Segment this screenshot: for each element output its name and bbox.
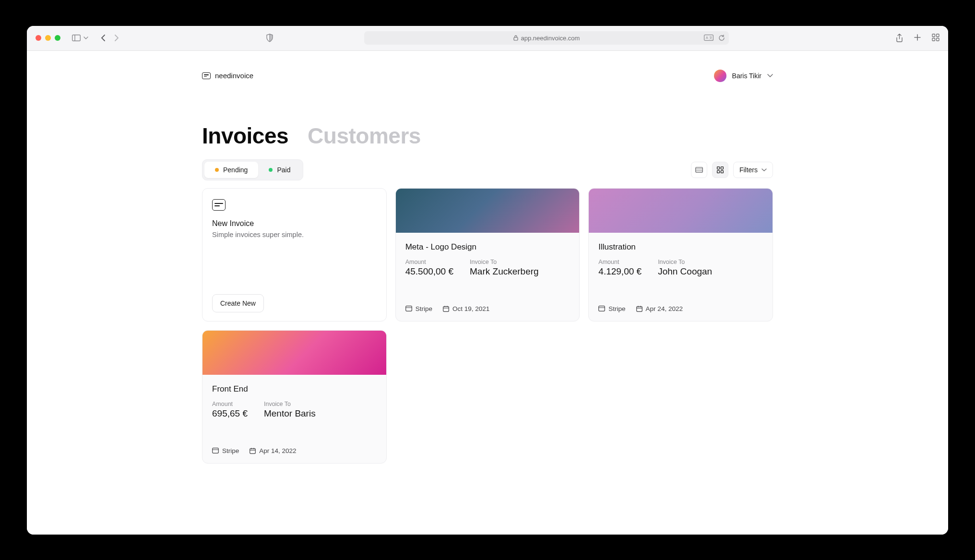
svg-rect-6 xyxy=(932,34,935,37)
svg-text:A: A xyxy=(706,36,708,39)
window-maximize-button[interactable] xyxy=(55,35,60,41)
chevron-down-icon xyxy=(761,168,767,171)
invoice-card[interactable]: Front End Amount 695,65 € Invoice To Men… xyxy=(202,330,387,464)
invoice-card[interactable]: Meta - Logo Design Amount 45.500,00 € In… xyxy=(395,188,580,322)
new-tab-button[interactable] xyxy=(914,34,921,42)
tab-invoices[interactable]: Invoices xyxy=(202,123,288,149)
amount-label: Amount xyxy=(598,259,642,265)
tab-overview-button[interactable] xyxy=(932,34,939,42)
svg-rect-10 xyxy=(696,167,703,172)
status-pending-button[interactable]: Pending xyxy=(204,162,258,178)
svg-rect-0 xyxy=(72,35,81,41)
invoice-date: Apr 24, 2022 xyxy=(636,305,683,312)
invoice-provider: Stripe xyxy=(212,447,239,454)
traffic-lights xyxy=(36,35,60,41)
amount-label: Amount xyxy=(212,401,248,407)
main-tabs: Invoices Customers xyxy=(202,123,773,149)
filter-row: Pending Paid Filters xyxy=(202,159,773,180)
invoice-amount: 695,65 € xyxy=(212,408,248,419)
svg-rect-2 xyxy=(514,37,518,40)
address-url: app.needinvoice.com xyxy=(521,35,580,42)
status-paid-label: Paid xyxy=(277,166,290,174)
invoice-banner xyxy=(589,189,773,233)
calendar-icon xyxy=(636,306,642,312)
brand-name: needinvoice xyxy=(215,71,253,80)
invoice-title: Front End xyxy=(212,384,377,394)
invoice-date: Apr 14, 2022 xyxy=(250,447,296,454)
browser-chrome: app.needinvoice.com A文 xyxy=(27,26,948,51)
invoice-provider: Stripe xyxy=(405,305,432,312)
tab-customers[interactable]: Customers xyxy=(308,123,421,149)
window-minimize-button[interactable] xyxy=(45,35,51,41)
svg-rect-7 xyxy=(937,34,939,37)
status-segmented-control: Pending Paid xyxy=(202,159,303,180)
invoice-grid: New Invoice Simple invoices super simple… xyxy=(202,188,773,464)
invoice-provider: Stripe xyxy=(598,305,625,312)
invoice-title: Meta - Logo Design xyxy=(405,242,570,252)
lock-icon xyxy=(513,35,518,41)
invoice-icon xyxy=(212,199,226,211)
invoice-to-value: John Coogan xyxy=(658,266,712,277)
user-menu[interactable]: Baris Tikir xyxy=(714,70,773,82)
svg-rect-9 xyxy=(937,38,939,41)
invoice-card[interactable]: Illustration Amount 4.129,00 € Invoice T… xyxy=(588,188,773,322)
invoice-banner xyxy=(396,189,580,233)
invoice-amount: 4.129,00 € xyxy=(598,266,642,277)
card-icon xyxy=(598,306,605,311)
create-new-button[interactable]: Create New xyxy=(212,294,264,312)
status-dot-pending xyxy=(215,168,219,172)
invoice-to-label: Invoice To xyxy=(470,259,539,265)
window-close-button[interactable] xyxy=(36,35,41,41)
svg-rect-25 xyxy=(636,306,642,311)
status-dot-paid xyxy=(269,168,273,172)
calendar-icon xyxy=(250,448,256,454)
invoice-to-label: Invoice To xyxy=(658,259,712,265)
new-invoice-card: New Invoice Simple invoices super simple… xyxy=(202,188,387,322)
invoice-title: Illustration xyxy=(598,242,763,252)
address-bar[interactable]: app.needinvoice.com A文 xyxy=(364,31,729,45)
view-grid-button[interactable] xyxy=(712,162,728,178)
brand-icon xyxy=(202,72,211,79)
svg-rect-29 xyxy=(213,448,219,453)
svg-rect-31 xyxy=(250,448,256,453)
reader-translate-icon[interactable]: A文 xyxy=(704,35,713,41)
svg-rect-8 xyxy=(932,38,935,41)
avatar xyxy=(714,70,726,82)
svg-rect-16 xyxy=(721,170,723,173)
new-invoice-subtitle: Simple invoices super simple. xyxy=(212,231,377,238)
invoice-to-label: Invoice To xyxy=(264,401,316,407)
invoice-date: Oct 19, 2021 xyxy=(443,305,489,312)
view-list-button[interactable] xyxy=(691,162,707,178)
invoice-banner xyxy=(202,331,386,375)
nav-back-button[interactable] xyxy=(101,34,106,42)
nav-forward-button[interactable] xyxy=(114,34,119,42)
sidebar-toggle-button[interactable] xyxy=(72,35,88,41)
svg-rect-14 xyxy=(721,167,723,169)
invoice-amount: 45.500,00 € xyxy=(405,266,453,277)
card-icon xyxy=(212,448,219,453)
page-content: needinvoice Baris Tikir Invoices Custome… xyxy=(27,51,948,535)
privacy-shield-icon[interactable] xyxy=(266,34,273,42)
chevron-down-icon xyxy=(767,74,773,77)
svg-text:文: 文 xyxy=(709,36,713,39)
app-header: needinvoice Baris Tikir xyxy=(202,62,773,89)
brand[interactable]: needinvoice xyxy=(202,71,253,80)
chevron-down-icon xyxy=(83,36,88,39)
invoice-to-value: Mentor Baris xyxy=(264,408,316,419)
invoice-to-value: Mark Zuckerberg xyxy=(470,266,539,277)
status-paid-button[interactable]: Paid xyxy=(258,162,301,178)
svg-rect-17 xyxy=(405,306,412,311)
card-icon xyxy=(405,306,412,311)
reload-button[interactable] xyxy=(718,35,725,41)
view-controls: Filters xyxy=(691,162,773,178)
status-pending-label: Pending xyxy=(223,166,248,174)
svg-rect-15 xyxy=(717,170,719,173)
svg-rect-19 xyxy=(443,306,449,311)
share-button[interactable] xyxy=(896,34,903,42)
new-invoice-title: New Invoice xyxy=(212,219,377,228)
calendar-icon xyxy=(443,306,449,312)
amount-label: Amount xyxy=(405,259,453,265)
filters-label: Filters xyxy=(739,166,758,174)
svg-rect-23 xyxy=(599,306,605,311)
filters-button[interactable]: Filters xyxy=(733,162,773,178)
